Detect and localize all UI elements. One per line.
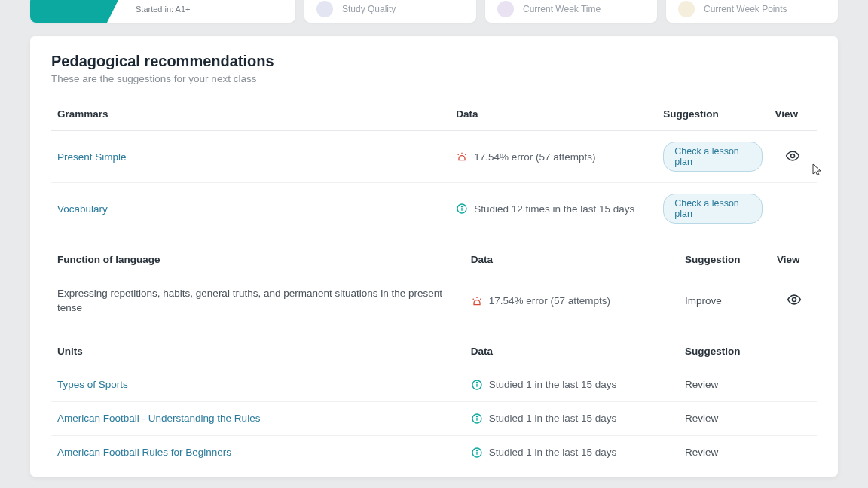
functions-header-name: Function of language bbox=[51, 245, 465, 276]
panel-title: Pedagogical recommendations bbox=[51, 53, 817, 70]
grammars-header-suggestion: Suggestion bbox=[657, 99, 769, 131]
grammars-table: Grammars Data Suggestion View Present Si… bbox=[51, 99, 817, 234]
grammars-section: Grammars Data Suggestion View Present Si… bbox=[51, 99, 817, 234]
table-row: American Football Rules for BeginnersStu… bbox=[51, 435, 817, 469]
function-data: 17.54% error (57 attempts) bbox=[465, 276, 679, 326]
units-section: Units Data Suggestion Types of SportsStu… bbox=[51, 337, 817, 469]
grammar-name[interactable]: Present Simple bbox=[51, 131, 450, 183]
card-current-week-points: Current Week Points bbox=[666, 0, 838, 23]
week-time-label: Current Week Time bbox=[523, 4, 601, 14]
function-view bbox=[771, 276, 817, 326]
svg-point-0 bbox=[791, 154, 795, 157]
table-row: VocabularyStudied 12 times in the last 1… bbox=[51, 183, 817, 235]
grammar-data: 17.54% error (57 attempts) bbox=[450, 131, 657, 183]
functions-header-view: View bbox=[771, 245, 817, 276]
eye-icon[interactable] bbox=[787, 292, 802, 307]
study-quality-label: Study Quality bbox=[342, 4, 396, 14]
svg-point-7 bbox=[476, 382, 477, 383]
units-header-name: Units bbox=[51, 337, 465, 368]
unit-name[interactable]: American Football - Understanding the Ru… bbox=[51, 401, 465, 435]
unit-name[interactable]: American Football Rules for Beginners bbox=[51, 435, 465, 469]
card-study-quality: Study Quality bbox=[304, 0, 476, 23]
week-time-icon bbox=[497, 1, 514, 17]
view-button[interactable] bbox=[781, 148, 804, 163]
grammars-header-data: Data bbox=[450, 99, 657, 131]
table-row: American Football - Understanding the Ru… bbox=[51, 401, 817, 435]
grammar-name[interactable]: Vocabulary bbox=[51, 183, 450, 235]
svg-point-3 bbox=[462, 206, 463, 206]
function-suggestion: Improve bbox=[679, 276, 771, 326]
svg-point-4 bbox=[792, 298, 796, 302]
info-icon bbox=[456, 203, 468, 215]
recommendations-panel: Pedagogical recommendations These are th… bbox=[30, 36, 838, 477]
grammar-suggestion: Check a lesson plan bbox=[657, 183, 769, 235]
view-button[interactable] bbox=[783, 292, 805, 307]
functions-table: Function of language Data Suggestion Vie… bbox=[51, 245, 817, 326]
svg-point-13 bbox=[476, 450, 477, 450]
grammars-header-view: View bbox=[769, 99, 817, 131]
unit-suggestion: Review bbox=[679, 435, 817, 469]
top-cards-row: Started in: A1+ Study Quality Current We… bbox=[0, 0, 868, 23]
functions-header-suggestion: Suggestion bbox=[679, 245, 771, 276]
unit-data: Studied 1 in the last 15 days bbox=[465, 435, 679, 469]
grammars-header-name: Grammars bbox=[51, 99, 450, 131]
info-icon bbox=[471, 447, 483, 459]
week-points-icon bbox=[678, 1, 695, 17]
alert-icon bbox=[456, 151, 468, 163]
alert-icon bbox=[471, 295, 483, 307]
unit-suggestion: Review bbox=[679, 401, 817, 435]
functions-header-data: Data bbox=[465, 245, 679, 276]
table-row: Types of SportsStudied 1 in the last 15 … bbox=[51, 368, 817, 401]
check-lesson-plan-button[interactable]: Check a lesson plan bbox=[663, 142, 763, 172]
units-header-data: Data bbox=[465, 337, 679, 368]
study-quality-icon bbox=[316, 1, 333, 17]
unit-name[interactable]: Types of Sports bbox=[51, 368, 465, 401]
check-lesson-plan-button[interactable]: Check a lesson plan bbox=[663, 194, 763, 224]
started-in-label: Started in: A1+ bbox=[136, 5, 190, 14]
eye-icon[interactable] bbox=[785, 148, 800, 163]
units-table: Units Data Suggestion Types of SportsStu… bbox=[51, 337, 817, 469]
function-name: Expressing repetitions, habits, general … bbox=[51, 276, 465, 326]
unit-data: Studied 1 in the last 15 days bbox=[465, 401, 679, 435]
grammar-data: Studied 12 times in the last 15 days bbox=[450, 183, 657, 235]
info-icon bbox=[471, 413, 483, 425]
grammar-view bbox=[769, 183, 817, 235]
card-started-in: Started in: A1+ bbox=[30, 0, 295, 23]
info-icon bbox=[471, 379, 483, 391]
unit-data: Studied 1 in the last 15 days bbox=[465, 368, 679, 401]
table-row: Expressing repetitions, habits, general … bbox=[51, 276, 817, 326]
table-row: Present Simple17.54% error (57 attempts)… bbox=[51, 131, 817, 183]
grammar-view bbox=[769, 131, 817, 183]
functions-section: Function of language Data Suggestion Vie… bbox=[51, 245, 817, 326]
panel-subtitle: These are the suggestions for your next … bbox=[51, 73, 817, 84]
units-header-suggestion: Suggestion bbox=[679, 337, 817, 368]
unit-suggestion: Review bbox=[679, 368, 817, 401]
grammar-suggestion: Check a lesson plan bbox=[657, 131, 769, 183]
card-current-week-time: Current Week Time bbox=[485, 0, 657, 23]
week-points-label: Current Week Points bbox=[704, 4, 787, 14]
svg-point-10 bbox=[476, 416, 477, 416]
